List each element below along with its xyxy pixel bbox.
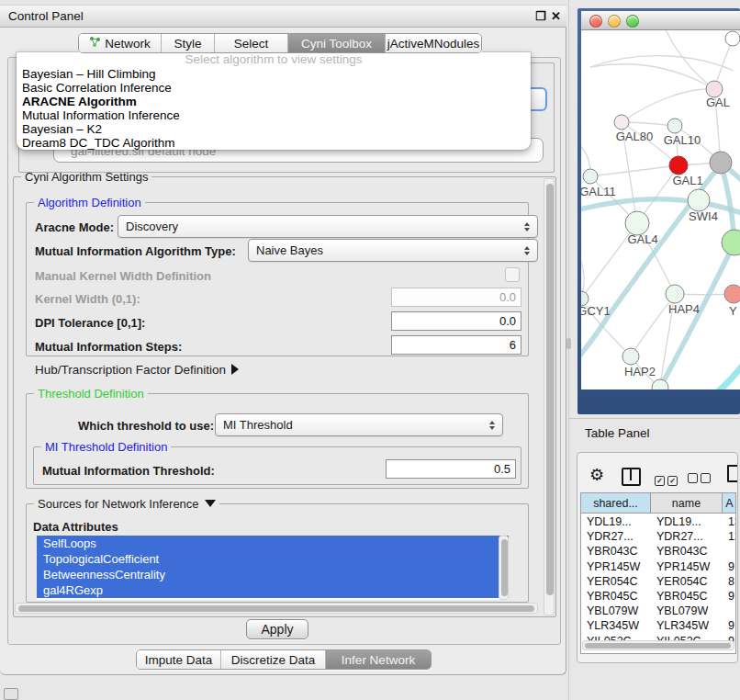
table-horizontal-scrollbar-thumb[interactable] (585, 643, 731, 649)
network-edge (655, 243, 734, 390)
collapsed-panel-icon[interactable] (4, 688, 18, 700)
file-icon[interactable] (727, 465, 738, 482)
minimize-traffic-light-icon[interactable] (608, 15, 621, 28)
apply-button[interactable]: Apply (246, 619, 308, 639)
gear-icon[interactable]: ⚙ (589, 465, 604, 485)
table-cell[interactable]: 13 (728, 514, 736, 529)
deselect-all-checkboxes-icon[interactable] (688, 470, 713, 487)
mi-threshold-field[interactable] (386, 459, 516, 479)
sources-group-title[interactable]: Sources for Network Inference (34, 497, 219, 511)
select-all-checkboxes-icon[interactable]: ✓✓ (655, 470, 680, 487)
algorithm-option-bayesian-hill-climbing[interactable]: Bayesian – Hill Climbing (17, 67, 531, 81)
table-cell[interactable]: YER054C (587, 574, 638, 589)
sources-title-text: Sources for Network Inference (38, 497, 199, 511)
node-label: GCY1 (581, 304, 611, 318)
manual-kernel-checkbox[interactable] (505, 267, 520, 282)
algorithm-option-bayesian-k2[interactable]: Bayesian – K2 (17, 122, 531, 136)
table-cell[interactable]: YDR27... (656, 529, 703, 544)
tab-select[interactable]: Select (215, 34, 288, 52)
table-cell[interactable]: YBR045C (656, 589, 708, 604)
network-window-titlebar[interactable] (581, 11, 740, 30)
network-node[interactable] (710, 152, 732, 174)
attribute-item-selfloops[interactable]: SelfLoops (37, 536, 509, 551)
network-node-y[interactable] (724, 285, 740, 303)
table-cell[interactable]: YDL19... (656, 514, 701, 529)
table-cell[interactable]: YPR145W (656, 559, 710, 574)
tab-network[interactable]: Network (79, 34, 162, 52)
network-node-hap4[interactable] (666, 285, 684, 303)
hub-definition-toggle[interactable]: Hub/Transcription Factor Definition (35, 363, 239, 377)
mi-type-combo[interactable]: Naive Bayes (248, 239, 538, 262)
float-window-icon[interactable]: ❒ (535, 9, 546, 23)
table-horizontal-scrollbar[interactable] (582, 640, 734, 650)
node-table: shared...nameAYDL19...YDL19...13YDR27...… (580, 492, 736, 654)
table-cell[interactable]: YBL079W (587, 604, 638, 618)
table-cell[interactable]: YBR045C (587, 589, 638, 604)
table-cell[interactable]: YPR145W (587, 559, 640, 574)
table-cell[interactable]: 9. (728, 618, 736, 633)
network-node[interactable] (722, 230, 740, 255)
table-cell[interactable]: 12 (728, 529, 736, 544)
network-node-gal1[interactable] (669, 156, 688, 175)
network-canvas[interactable]: GALGAL80GAL10GAL1GAL11SWI4GAL4GCY1HAP4YH… (581, 30, 740, 390)
table-cell[interactable]: YER054C (656, 574, 708, 589)
table-panel-title: Table Panel (585, 426, 650, 440)
network-node-gal10[interactable] (667, 119, 682, 133)
attribute-item-gal4rgexp[interactable]: gal4RGexp (37, 582, 509, 598)
settings-vertical-scrollbar-thumb[interactable] (546, 184, 554, 595)
table-cell[interactable]: YBL079W (656, 604, 708, 618)
mi-steps-field[interactable] (391, 335, 521, 355)
which-threshold-combo[interactable]: MI Threshold (215, 413, 503, 436)
table-cell[interactable]: YBR043C (656, 544, 708, 559)
aracne-mode-label: Aracne Mode: (35, 220, 114, 234)
kernel-width-label: Kernel Width (0,1): (35, 292, 140, 306)
dpi-tolerance-field[interactable] (391, 311, 521, 331)
divider-grip[interactable] (566, 338, 571, 349)
attributes-scrollbar[interactable] (499, 536, 509, 600)
algorithm-option-mutual-information-inference[interactable]: Mutual Information Inference (17, 108, 531, 122)
node-label: HAP2 (624, 365, 656, 378)
table-cell[interactable]: YDR27... (587, 529, 633, 544)
settings-horizontal-scrollbar-thumb[interactable] (18, 605, 534, 612)
column-header-a[interactable]: A (723, 493, 736, 514)
column-header-shared[interactable]: shared... (581, 493, 651, 514)
table-cell[interactable]: YLR345W (587, 618, 639, 633)
aracne-mode-combo[interactable]: Discovery (118, 215, 538, 238)
algorithm-option-aracne-algorithm[interactable]: ARACNE Algorithm (17, 95, 531, 108)
tab-jactivemnodules[interactable]: jActiveMNodules (386, 34, 481, 52)
column-header-name[interactable]: name (651, 493, 723, 514)
table-cell[interactable]: 9. (728, 559, 736, 574)
close-traffic-light-icon[interactable] (589, 15, 602, 28)
table-cell[interactable]: YDL19... (587, 514, 632, 529)
node-label: SWI4 (689, 209, 718, 223)
algorithm-option-dream8-dc-tdc-algorithm[interactable]: Dream8 DC_TDC Algorithm (17, 136, 531, 150)
network-edge (662, 30, 714, 89)
close-icon[interactable]: ✕ (551, 9, 561, 23)
table-cell[interactable]: 8. (728, 574, 736, 589)
tab-cyni-toolbox[interactable]: Cyni Toolbox (288, 34, 386, 52)
attribute-item-betweennesscentrality[interactable]: BetweennessCentrality (37, 567, 509, 582)
settings-horizontal-scrollbar[interactable] (15, 603, 538, 614)
zoom-traffic-light-icon[interactable] (626, 15, 639, 28)
kernel-width-field[interactable] (391, 288, 521, 307)
which-threshold-value: MI Threshold (223, 418, 293, 432)
tab-discretize-data[interactable]: Discretize Data (221, 650, 326, 669)
tab-infer-network[interactable]: Infer Network (326, 650, 431, 669)
node-label: HAP4 (668, 302, 700, 316)
columns-icon[interactable] (622, 468, 641, 486)
table-cell[interactable]: 9. (728, 589, 736, 604)
tab-impute-data[interactable]: Impute Data (137, 650, 221, 669)
attribute-item-topologicalcoefficient[interactable]: TopologicalCoefficient (37, 551, 509, 567)
network-node-hap2[interactable] (622, 348, 639, 365)
tab-style[interactable]: Style (162, 34, 215, 52)
algorithm-option-basic-correlation-inference[interactable]: Basic Correlation Inference (17, 81, 531, 95)
network-node[interactable] (725, 31, 740, 46)
control-panel-titlebar: Control Panel ❒ ✕ (0, 5, 566, 28)
settings-vertical-scrollbar[interactable] (544, 178, 555, 615)
table-cell[interactable]: YBR043C (587, 544, 638, 559)
network-node-swi4[interactable] (688, 189, 710, 211)
attributes-scrollbar-thumb[interactable] (501, 539, 508, 596)
network-node-gal80[interactable] (614, 115, 629, 130)
table-cell[interactable]: YLR345W (656, 618, 709, 633)
network-node-gal11[interactable] (583, 169, 598, 184)
